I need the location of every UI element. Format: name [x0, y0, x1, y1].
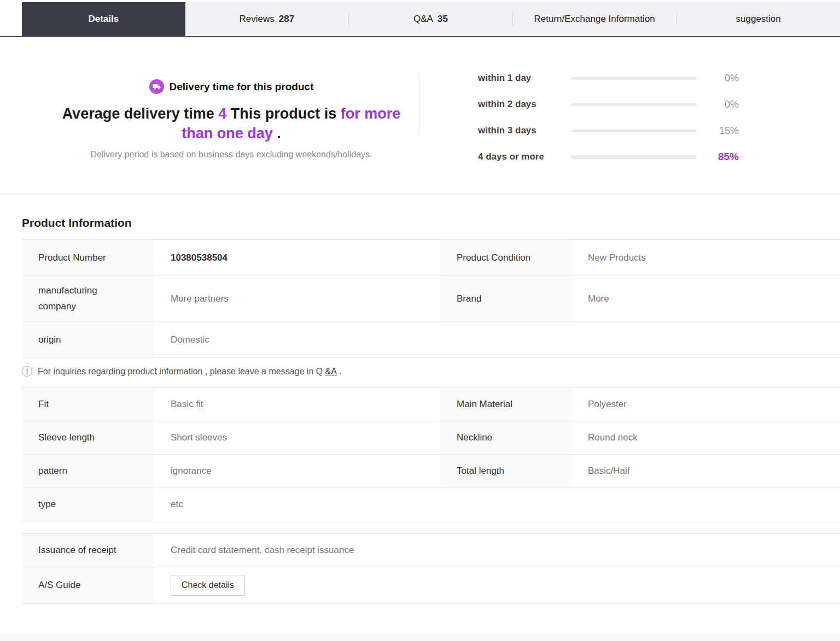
row-value: Check details — [154, 567, 840, 603]
stat-bar-track — [571, 155, 697, 159]
stat-row-within-2-days: within 2 days 0% — [478, 91, 840, 117]
delivery-stats: within 1 day 0% within 2 days 0% within … — [419, 65, 840, 170]
row-label: Sleeve length — [22, 421, 154, 454]
tab-bar: Details Reviews 287 Q&A 35 Return/Exchan… — [0, 0, 840, 37]
stat-percent: 15% — [697, 125, 739, 137]
stat-percent: 0% — [697, 99, 739, 110]
stat-percent: 0% — [697, 73, 739, 84]
row-value: 10380538504 — [154, 240, 440, 275]
tab-return-exchange[interactable]: Return/Exchange Information — [513, 2, 676, 36]
row-value: ignorance — [154, 455, 440, 487]
row-value: More partners — [154, 276, 440, 321]
table-row: Issuance of receipt Credit card statemen… — [22, 534, 840, 567]
delivery-title: Delivery time for this product — [170, 81, 314, 93]
row-value: More — [571, 276, 840, 321]
row-label: Product Number — [22, 240, 154, 275]
tab-reviews[interactable]: Reviews 287 — [185, 2, 349, 36]
row-label: Fit — [22, 388, 154, 421]
tab-return-exchange-label: Return/Exchange Information — [534, 14, 655, 25]
stat-label: within 2 days — [478, 99, 560, 110]
headline-part: . — [273, 125, 281, 142]
delivery-truck-icon — [149, 79, 164, 94]
row-label: Brand — [440, 276, 571, 321]
qna-link[interactable]: &A — [325, 367, 337, 376]
stat-row-within-3-days: within 3 days 15% — [478, 117, 840, 144]
row-label: Neckline — [440, 421, 571, 454]
tab-qna[interactable]: Q&A 35 — [349, 2, 512, 36]
row-value: New Products — [571, 240, 840, 275]
headline-part: This product is — [226, 105, 341, 122]
footer-strip — [0, 634, 840, 641]
section-divider — [0, 193, 840, 193]
product-info-table-1: Product Number 10380538504 Product Condi… — [22, 239, 840, 358]
stat-bar-track — [571, 130, 697, 132]
product-info-table-2: Fit Basic fit Main Material Polyester Sl… — [22, 387, 840, 521]
delivery-note: Delivery period is based on business day… — [44, 150, 419, 160]
row-label: A/S Guide — [22, 567, 154, 603]
row-label: Total length — [440, 455, 571, 487]
stat-percent: 85% — [697, 151, 739, 163]
delivery-summary-text: Delivery time for this product Average d… — [0, 65, 419, 170]
row-value: Polyester — [571, 388, 840, 421]
row-label: Issuance of receipt — [22, 534, 154, 567]
tab-suggestion[interactable]: suggestion — [676, 2, 840, 36]
stat-label: within 1 day — [478, 73, 560, 84]
product-detail-page: Details Reviews 287 Q&A 35 Return/Exchan… — [0, 0, 840, 604]
check-details-button[interactable]: Check details — [171, 575, 245, 596]
row-value: Short sleeves — [154, 421, 440, 454]
product-information-heading: Product Information — [22, 216, 840, 230]
product-information-section: Product Information Product Number 10380… — [0, 216, 840, 604]
row-label: Main Material — [440, 388, 571, 421]
tab-reviews-label: Reviews — [240, 14, 275, 25]
table-row: origin Domestic — [22, 322, 840, 358]
tab-qna-label: Q&A — [413, 14, 433, 25]
table-row: A/S Guide Check details — [22, 567, 840, 604]
product-number-value: 10380538504 — [171, 252, 228, 263]
tab-qna-count: 35 — [438, 14, 448, 25]
tab-details[interactable]: Details — [22, 2, 185, 36]
row-label: pattern — [22, 455, 154, 487]
table-row: Sleeve length Short sleeves Neckline Rou… — [22, 421, 840, 455]
row-value: Domestic — [154, 322, 440, 357]
table-row: Product Number 10380538504 Product Condi… — [22, 240, 840, 276]
notice-text: For inquiries regarding product informat… — [38, 367, 342, 377]
tab-reviews-count: 287 — [279, 14, 294, 25]
tab-details-label: Details — [88, 14, 119, 25]
row-value: Basic/Half — [571, 455, 840, 487]
delivery-headline: Average delivery time 4 This product is … — [62, 104, 401, 143]
row-label: type — [22, 488, 154, 521]
stat-bar-track — [571, 103, 697, 106]
table-row: type etc — [22, 488, 840, 521]
stat-row-within-1-day: within 1 day 0% — [478, 65, 840, 91]
product-info-table-3: Issuance of receipt Credit card statemen… — [22, 533, 840, 604]
tab-strip: Details Reviews 287 Q&A 35 Return/Exchan… — [22, 2, 840, 36]
table-row: manufacturing company More partners Bran… — [22, 276, 840, 322]
row-label: origin — [22, 322, 154, 357]
delivery-title-row: Delivery time for this product — [44, 79, 419, 94]
row-value: Round neck — [571, 421, 840, 454]
stat-label: 4 days or more — [478, 151, 560, 162]
stat-label: within 3 days — [478, 125, 560, 136]
row-label: manufacturing company — [22, 276, 154, 321]
table-row: pattern ignorance Total length Basic/Hal… — [22, 455, 840, 488]
row-label: Product Condition — [440, 240, 571, 275]
stat-bar-track — [571, 77, 697, 80]
exclamation-icon: ! — [22, 366, 32, 377]
row-value: Credit card statement, cash receipt issu… — [154, 534, 840, 567]
stat-row-4-days-or-more: 4 days or more 85% — [478, 144, 840, 170]
row-value: Basic fit — [154, 388, 440, 421]
headline-part: Average delivery time — [62, 105, 219, 122]
product-info-notice: ! For inquiries regarding product inform… — [22, 366, 840, 377]
delivery-summary-section: Delivery time for this product Average d… — [0, 38, 840, 193]
table-row: Fit Basic fit Main Material Polyester — [22, 388, 840, 421]
headline-days-value: 4 — [218, 105, 226, 122]
row-value: etc — [154, 488, 440, 521]
tab-suggestion-label: suggestion — [736, 14, 781, 25]
